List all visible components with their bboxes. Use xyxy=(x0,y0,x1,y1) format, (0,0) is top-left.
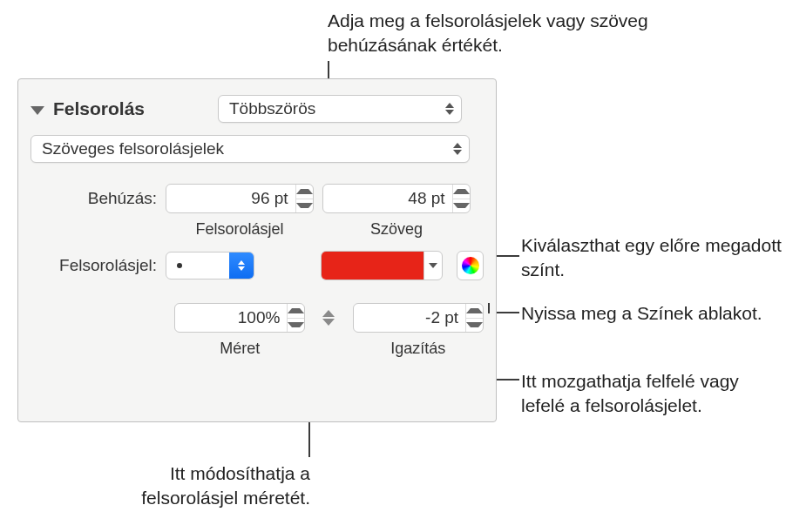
list-type-dropdown[interactable]: Többszörös xyxy=(218,95,462,123)
size-input[interactable] xyxy=(175,308,287,327)
callout-preset-color: Kiválaszthat egy előre megadott színt. xyxy=(521,233,783,283)
bullet-indent-input[interactable] xyxy=(166,189,295,208)
list-type-value: Többszörös xyxy=(229,99,315,118)
bullet-type-value: Szöveges felsorolásjelek xyxy=(42,139,224,158)
indent-label: Behúzás: xyxy=(30,189,157,208)
updown-icon xyxy=(445,103,454,115)
list-style-panel: Felsorolás Többszörös Szöveges felsorolá… xyxy=(17,78,497,422)
chevron-down-icon xyxy=(423,252,442,279)
stepper-buttons[interactable] xyxy=(287,304,304,332)
stepper-buttons[interactable] xyxy=(452,185,470,212)
dropdown-arrow-icon xyxy=(229,253,254,279)
bullet-indent-stepper[interactable] xyxy=(166,184,314,213)
size-sublabel: Méret xyxy=(174,340,306,358)
align-stepper[interactable] xyxy=(353,303,484,333)
text-indent-sublabel: Szöveg xyxy=(322,220,471,239)
stepper-buttons[interactable] xyxy=(465,304,483,332)
color-swatch xyxy=(322,252,423,279)
vertical-align-icon xyxy=(319,305,339,331)
text-indent-input[interactable] xyxy=(323,189,452,208)
bullet-indent-sublabel: Felsorolásjel xyxy=(166,220,314,239)
updown-icon xyxy=(453,143,462,155)
align-input[interactable] xyxy=(354,308,465,327)
color-wheel-icon xyxy=(462,257,479,274)
bullet-type-dropdown[interactable]: Szöveges felsorolásjelek xyxy=(30,135,470,163)
color-picker-button[interactable] xyxy=(457,251,484,280)
callout-open-colors: Nyissa meg a Színek ablakot. xyxy=(521,301,783,326)
disclosure-triangle-icon[interactable] xyxy=(30,106,44,115)
bullet-char-label: Felsorolásjel: xyxy=(30,256,157,275)
bullet-glyph-icon xyxy=(177,263,182,268)
color-swatch-dropdown[interactable] xyxy=(321,251,443,280)
text-indent-stepper[interactable] xyxy=(322,184,471,213)
callout-size: Itt módosíthatja a felsorolásjel méretét… xyxy=(84,461,310,511)
size-stepper[interactable] xyxy=(174,303,305,333)
callout-move-bullet: Itt mozgathatja felfelé vagy lefelé a fe… xyxy=(521,369,783,419)
stepper-buttons[interactable] xyxy=(295,185,313,212)
bullet-char-select[interactable] xyxy=(166,252,254,279)
section-heading: Felsorolás xyxy=(53,98,145,119)
callout-indent-text: Adja meg a felsorolásjelek vagy szöveg b… xyxy=(328,9,702,58)
align-sublabel: Igazítás xyxy=(352,340,484,358)
